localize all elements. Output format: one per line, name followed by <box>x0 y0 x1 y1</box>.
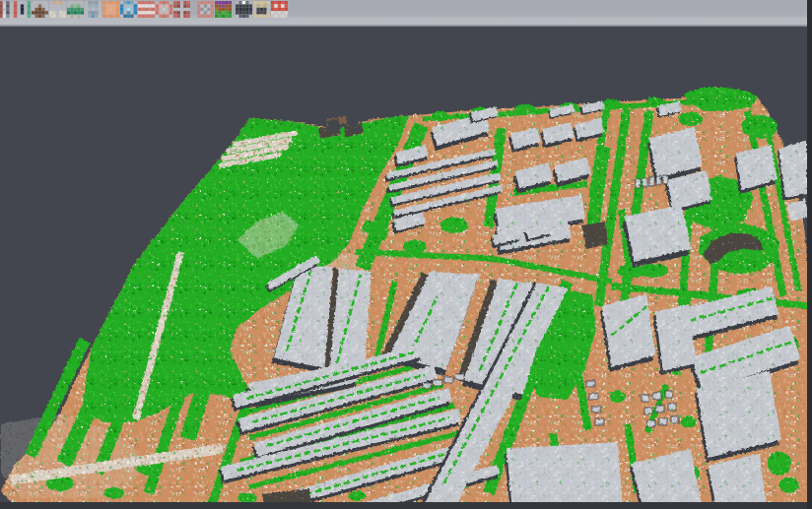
red-grid-icon-glyph <box>271 1 288 18</box>
viewport-3d[interactable] <box>0 27 812 509</box>
mesh-brown-icon-glyph <box>32 1 48 18</box>
ring-red-icon-glyph <box>156 1 172 18</box>
mesh-brown-icon[interactable] <box>32 1 48 18</box>
corner-brackets-icon-glyph <box>173 1 190 18</box>
display-panel-icon[interactable] <box>85 1 102 18</box>
ring-red-icon[interactable] <box>156 1 172 18</box>
point-sphere-icon[interactable] <box>120 1 137 18</box>
point-noise-overlay <box>0 27 812 509</box>
classified-raster-icon[interactable] <box>215 1 232 18</box>
window-right-edge <box>807 0 812 509</box>
point-cloud-canvas[interactable] <box>0 27 812 509</box>
classified-raster-icon-glyph <box>215 1 232 18</box>
orange-square-icon[interactable] <box>102 1 119 18</box>
window-bottom-edge <box>0 502 812 509</box>
open-cloud-icon[interactable] <box>0 1 13 18</box>
camera-dark-icon-glyph <box>236 1 252 18</box>
khaki-terrain-icon[interactable] <box>253 1 270 18</box>
khaki-terrain-icon-glyph <box>253 1 270 18</box>
terrain-green-icon[interactable] <box>67 1 84 18</box>
point-sphere-icon-glyph <box>120 1 137 18</box>
point-cloud <box>0 27 812 509</box>
application-window <box>0 0 812 509</box>
subsample-icon[interactable] <box>49 1 66 18</box>
open-cloud-icon-glyph <box>0 1 13 18</box>
checker-frame-icon[interactable] <box>197 1 214 18</box>
red-stripes-icon-glyph <box>138 1 155 18</box>
display-panel-icon-glyph <box>85 1 102 18</box>
camera-dark-icon[interactable] <box>236 1 252 18</box>
red-stripes-icon[interactable] <box>138 1 155 18</box>
orange-square-icon-glyph <box>102 1 119 18</box>
corner-brackets-icon[interactable] <box>173 1 190 18</box>
red-grid-icon[interactable] <box>271 1 288 18</box>
checker-frame-icon-glyph <box>197 1 214 18</box>
toolbar <box>0 0 812 27</box>
subsample-icon-glyph <box>49 1 66 18</box>
align-clouds-icon-glyph <box>14 1 31 18</box>
align-clouds-icon[interactable] <box>14 1 31 18</box>
terrain-green-icon-glyph <box>67 1 84 18</box>
